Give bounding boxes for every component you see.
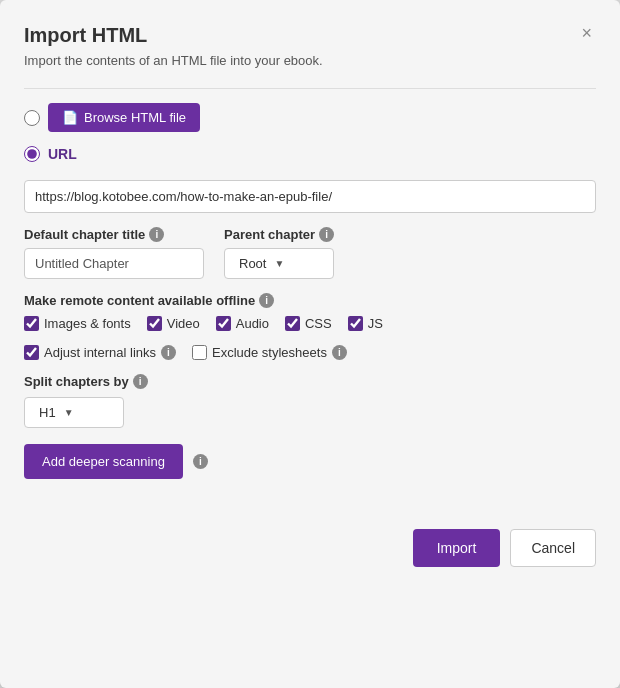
offline-section: Make remote content available offline i … [24,293,596,331]
split-section-title: Split chapters by i [24,374,596,389]
images-fonts-checkbox[interactable] [24,316,39,331]
browse-radio-label[interactable]: 📄 Browse HTML file [24,103,596,132]
css-checkbox[interactable] [285,316,300,331]
offline-checkboxes-row: Images & fonts Video Audio CSS JS [24,316,596,331]
chapter-title-group: Default chapter title i [24,227,204,279]
images-fonts-checkbox-label[interactable]: Images & fonts [24,316,131,331]
url-input[interactable] [24,180,596,213]
parent-chapter-dropdown[interactable]: Root ▼ [224,248,334,279]
parent-chapter-value: Root [239,256,266,271]
audio-checkbox[interactable] [216,316,231,331]
split-info-icon[interactable]: i [133,374,148,389]
images-fonts-label: Images & fonts [44,316,131,331]
adjust-links-label: Adjust internal links [44,345,156,360]
url-label: URL [48,146,77,162]
import-button[interactable]: Import [413,529,501,567]
parent-chapter-label: Parent chapter i [224,227,334,242]
chapter-fields-row: Default chapter title i Parent chapter i… [24,227,596,279]
exclude-stylesheets-label: Exclude stylesheets [212,345,327,360]
split-section: Split chapters by i H1 ▼ [24,374,596,428]
browse-html-button[interactable]: 📄 Browse HTML file [48,103,200,132]
browse-button-label: Browse HTML file [84,110,186,125]
adjust-links-checkbox[interactable] [24,345,39,360]
css-checkbox-label[interactable]: CSS [285,316,332,331]
exclude-stylesheets-info-icon[interactable]: i [332,345,347,360]
url-radio-label[interactable]: URL [24,146,596,162]
url-option-section: URL [24,146,596,213]
options-row: Adjust internal links i Exclude styleshe… [24,345,596,360]
split-h1-value: H1 [39,405,56,420]
parent-chapter-arrow-icon: ▼ [274,258,284,269]
file-icon: 📄 [62,110,78,125]
offline-info-icon[interactable]: i [259,293,274,308]
js-checkbox[interactable] [348,316,363,331]
audio-checkbox-label[interactable]: Audio [216,316,269,331]
chapter-title-info-icon[interactable]: i [149,227,164,242]
js-checkbox-label[interactable]: JS [348,316,383,331]
browse-radio[interactable] [24,110,40,126]
browse-option-section: 📄 Browse HTML file [24,103,596,132]
split-dropdown-arrow-icon: ▼ [64,407,74,418]
parent-chapter-group: Parent chapter i Root ▼ [224,227,334,279]
add-deeper-scanning-button[interactable]: Add deeper scanning [24,444,183,479]
close-button[interactable]: × [577,24,596,42]
cancel-button[interactable]: Cancel [510,529,596,567]
dialog-subtitle: Import the contents of an HTML file into… [24,53,596,68]
scanning-info-icon[interactable]: i [193,454,208,469]
dialog-footer: Import Cancel [24,499,596,567]
adjust-links-info-icon[interactable]: i [161,345,176,360]
import-html-dialog: Import HTML × Import the contents of an … [0,0,620,688]
dialog-header: Import HTML × [24,24,596,47]
video-label: Video [167,316,200,331]
split-h1-dropdown[interactable]: H1 ▼ [24,397,124,428]
offline-section-title: Make remote content available offline i [24,293,596,308]
dialog-title: Import HTML [24,24,147,47]
divider-top [24,88,596,89]
scanning-row: Add deeper scanning i [24,444,596,479]
chapter-title-input[interactable] [24,248,204,279]
chapter-title-label: Default chapter title i [24,227,204,242]
css-label: CSS [305,316,332,331]
audio-label: Audio [236,316,269,331]
adjust-links-checkbox-label[interactable]: Adjust internal links i [24,345,176,360]
exclude-stylesheets-checkbox-label[interactable]: Exclude stylesheets i [192,345,347,360]
video-checkbox-label[interactable]: Video [147,316,200,331]
exclude-stylesheets-checkbox[interactable] [192,345,207,360]
url-radio[interactable] [24,146,40,162]
video-checkbox[interactable] [147,316,162,331]
js-label: JS [368,316,383,331]
parent-chapter-info-icon[interactable]: i [319,227,334,242]
